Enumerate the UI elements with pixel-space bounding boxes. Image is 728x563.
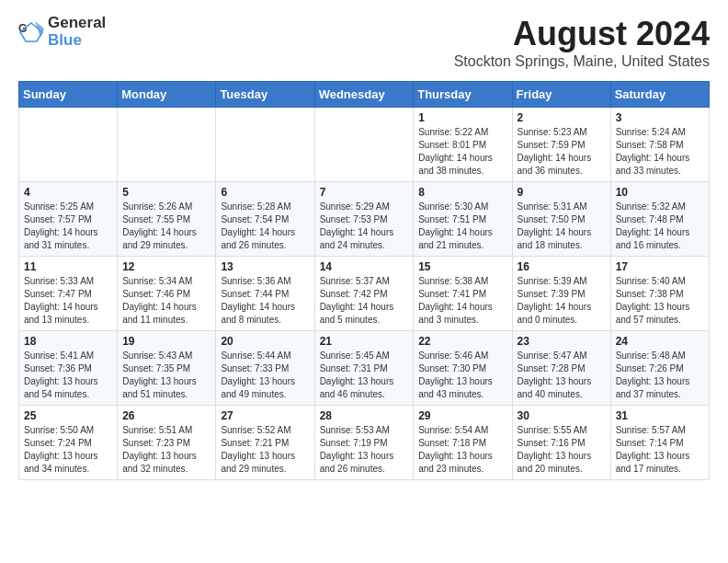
day-number: 13 (221, 260, 309, 273)
calendar-cell (216, 108, 314, 182)
calendar-cell: 30Sunrise: 5:55 AM Sunset: 7:16 PM Dayli… (512, 406, 610, 480)
day-info: Sunrise: 5:38 AM Sunset: 7:41 PM Dayligh… (418, 275, 506, 327)
title-section: August 2024 Stockton Springs, Maine, Uni… (454, 15, 710, 70)
day-number: 18 (24, 335, 112, 348)
day-number: 19 (122, 335, 210, 348)
calendar-cell: 27Sunrise: 5:52 AM Sunset: 7:21 PM Dayli… (216, 406, 314, 480)
day-number: 7 (320, 186, 409, 199)
day-info: Sunrise: 5:52 AM Sunset: 7:21 PM Dayligh… (221, 424, 309, 476)
day-info: Sunrise: 5:33 AM Sunset: 7:47 PM Dayligh… (24, 275, 112, 327)
calendar-cell: 14Sunrise: 5:37 AM Sunset: 7:42 PM Dayli… (314, 257, 414, 331)
day-info: Sunrise: 5:31 AM Sunset: 7:50 PM Dayligh… (518, 201, 606, 252)
day-number: 1 (418, 111, 506, 124)
day-number: 12 (122, 260, 210, 273)
day-info: Sunrise: 5:44 AM Sunset: 7:33 PM Dayligh… (221, 350, 309, 401)
calendar-cell (19, 108, 118, 182)
calendar-cell (118, 108, 216, 182)
day-info: Sunrise: 5:41 AM Sunset: 7:36 PM Dayligh… (24, 350, 112, 401)
calendar-cell: 2Sunrise: 5:23 AM Sunset: 7:59 PM Daylig… (512, 108, 610, 182)
day-number: 8 (418, 186, 506, 199)
svg-marker-2 (35, 21, 44, 38)
calendar-cell: 29Sunrise: 5:54 AM Sunset: 7:18 PM Dayli… (414, 406, 512, 480)
calendar-cell: 9Sunrise: 5:31 AM Sunset: 7:50 PM Daylig… (512, 182, 610, 257)
day-info: Sunrise: 5:43 AM Sunset: 7:35 PM Dayligh… (122, 350, 210, 401)
calendar-table: SundayMondayTuesdayWednesdayThursdayFrid… (18, 81, 710, 480)
calendar-week-row: 11Sunrise: 5:33 AM Sunset: 7:47 PM Dayli… (19, 257, 710, 331)
calendar-cell: 28Sunrise: 5:53 AM Sunset: 7:19 PM Dayli… (314, 406, 414, 480)
weekday-header: Friday (512, 82, 610, 108)
weekday-header: Thursday (414, 82, 512, 108)
calendar-cell: 20Sunrise: 5:44 AM Sunset: 7:33 PM Dayli… (216, 331, 314, 406)
day-number: 29 (418, 409, 506, 422)
day-info: Sunrise: 5:55 AM Sunset: 7:16 PM Dayligh… (518, 424, 606, 476)
day-number: 11 (24, 260, 112, 273)
calendar-cell: 22Sunrise: 5:46 AM Sunset: 7:30 PM Dayli… (414, 331, 512, 406)
day-info: Sunrise: 5:28 AM Sunset: 7:54 PM Dayligh… (221, 201, 309, 252)
weekday-header: Saturday (610, 82, 709, 108)
day-number: 14 (320, 260, 409, 273)
calendar-cell: 16Sunrise: 5:39 AM Sunset: 7:39 PM Dayli… (512, 257, 610, 331)
calendar-cell: 31Sunrise: 5:57 AM Sunset: 7:14 PM Dayli… (610, 406, 709, 480)
day-info: Sunrise: 5:22 AM Sunset: 8:01 PM Dayligh… (418, 126, 506, 178)
calendar-cell: 7Sunrise: 5:29 AM Sunset: 7:53 PM Daylig… (314, 182, 414, 257)
day-number: 17 (616, 260, 704, 273)
day-info: Sunrise: 5:37 AM Sunset: 7:42 PM Dayligh… (320, 275, 409, 327)
calendar-cell (314, 108, 414, 182)
day-info: Sunrise: 5:36 AM Sunset: 7:44 PM Dayligh… (221, 275, 309, 327)
calendar-cell: 10Sunrise: 5:32 AM Sunset: 7:48 PM Dayli… (610, 182, 709, 257)
calendar-week-row: 25Sunrise: 5:50 AM Sunset: 7:24 PM Dayli… (19, 406, 710, 480)
day-info: Sunrise: 5:40 AM Sunset: 7:38 PM Dayligh… (616, 275, 704, 327)
day-number: 31 (616, 409, 704, 422)
calendar-week-row: 18Sunrise: 5:41 AM Sunset: 7:36 PM Dayli… (19, 331, 710, 406)
day-info: Sunrise: 5:50 AM Sunset: 7:24 PM Dayligh… (24, 424, 112, 476)
day-number: 24 (616, 335, 704, 348)
day-info: Sunrise: 5:39 AM Sunset: 7:39 PM Dayligh… (518, 275, 606, 327)
day-info: Sunrise: 5:48 AM Sunset: 7:26 PM Dayligh… (616, 350, 704, 401)
day-number: 15 (418, 260, 506, 273)
day-number: 4 (24, 186, 112, 199)
day-number: 30 (518, 409, 606, 422)
calendar-cell: 23Sunrise: 5:47 AM Sunset: 7:28 PM Dayli… (512, 331, 610, 406)
logo-icon: G (18, 19, 44, 45)
day-number: 6 (221, 186, 309, 199)
day-number: 16 (518, 260, 606, 273)
day-number: 9 (518, 186, 606, 199)
day-number: 25 (24, 409, 112, 422)
day-info: Sunrise: 5:30 AM Sunset: 7:51 PM Dayligh… (418, 201, 506, 252)
location-subtitle: Stockton Springs, Maine, United States (454, 53, 710, 70)
weekday-header: Tuesday (216, 82, 314, 108)
day-number: 20 (221, 335, 309, 348)
calendar-cell: 19Sunrise: 5:43 AM Sunset: 7:35 PM Dayli… (118, 331, 216, 406)
day-number: 21 (320, 335, 409, 348)
day-info: Sunrise: 5:53 AM Sunset: 7:19 PM Dayligh… (320, 424, 409, 476)
day-number: 22 (418, 335, 506, 348)
day-info: Sunrise: 5:46 AM Sunset: 7:30 PM Dayligh… (418, 350, 506, 401)
day-number: 23 (518, 335, 606, 348)
day-info: Sunrise: 5:25 AM Sunset: 7:57 PM Dayligh… (24, 201, 112, 252)
day-info: Sunrise: 5:51 AM Sunset: 7:23 PM Dayligh… (122, 424, 210, 476)
day-number: 28 (320, 409, 409, 422)
calendar-cell: 13Sunrise: 5:36 AM Sunset: 7:44 PM Dayli… (216, 257, 314, 331)
logo: G General Blue (18, 15, 106, 49)
calendar-cell: 21Sunrise: 5:45 AM Sunset: 7:31 PM Dayli… (314, 331, 414, 406)
day-number: 10 (616, 186, 704, 199)
day-number: 27 (221, 409, 309, 422)
day-info: Sunrise: 5:47 AM Sunset: 7:28 PM Dayligh… (518, 350, 606, 401)
calendar-cell: 26Sunrise: 5:51 AM Sunset: 7:23 PM Dayli… (118, 406, 216, 480)
calendar-cell: 6Sunrise: 5:28 AM Sunset: 7:54 PM Daylig… (216, 182, 314, 257)
weekday-header: Monday (118, 82, 216, 108)
calendar-cell: 5Sunrise: 5:26 AM Sunset: 7:55 PM Daylig… (118, 182, 216, 257)
calendar-cell: 15Sunrise: 5:38 AM Sunset: 7:41 PM Dayli… (414, 257, 512, 331)
calendar-cell: 11Sunrise: 5:33 AM Sunset: 7:47 PM Dayli… (19, 257, 118, 331)
day-number: 5 (122, 186, 210, 199)
header: G General Blue August 2024 Stockton Spri… (18, 15, 710, 70)
day-info: Sunrise: 5:54 AM Sunset: 7:18 PM Dayligh… (418, 424, 506, 476)
day-number: 2 (518, 111, 606, 124)
calendar-cell: 17Sunrise: 5:40 AM Sunset: 7:38 PM Dayli… (610, 257, 709, 331)
logo-text: General Blue (48, 15, 106, 49)
calendar-cell: 3Sunrise: 5:24 AM Sunset: 7:58 PM Daylig… (610, 108, 709, 182)
day-info: Sunrise: 5:24 AM Sunset: 7:58 PM Dayligh… (616, 126, 704, 178)
calendar-week-row: 4Sunrise: 5:25 AM Sunset: 7:57 PM Daylig… (19, 182, 710, 257)
day-info: Sunrise: 5:57 AM Sunset: 7:14 PM Dayligh… (616, 424, 704, 476)
calendar-cell: 18Sunrise: 5:41 AM Sunset: 7:36 PM Dayli… (19, 331, 118, 406)
